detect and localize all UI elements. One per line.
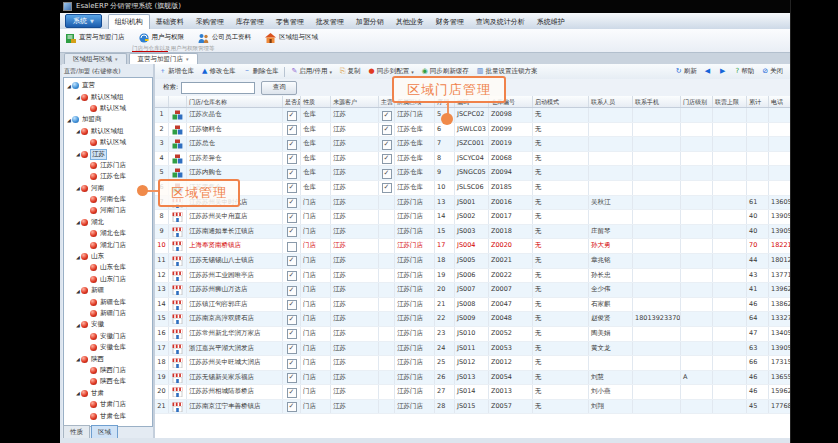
- search-button[interactable]: 查询: [261, 81, 297, 95]
- grid-header-联营上限[interactable]: 联营上限: [713, 96, 747, 107]
- grid-header-启动模式[interactable]: 启动模式: [533, 96, 589, 107]
- tree-tab-性质[interactable]: 性质: [63, 425, 90, 439]
- tree-node-安徽仓库[interactable]: 安徽仓库: [64, 342, 152, 353]
- toolbar-button-修改仓库[interactable]: ▲修改仓库: [198, 65, 239, 78]
- main-checkbox[interactable]: [382, 140, 392, 150]
- toolbar-button-刷新[interactable]: ↻刷新: [672, 65, 701, 78]
- enabled-checkbox[interactable]: [287, 154, 297, 164]
- menu-item-采购管理[interactable]: 采购管理: [190, 15, 230, 29]
- toolbar-button-复制[interactable]: ⎘复制: [336, 65, 365, 78]
- ribbon-item-区域组与区域[interactable]: 区域组与区域: [265, 28, 318, 47]
- tree-node-河南门店[interactable]: 河南门店: [64, 205, 152, 216]
- menu-item-库存管理[interactable]: 库存管理: [230, 15, 270, 29]
- tree-node-陕西仓库[interactable]: 陕西仓库: [64, 376, 152, 387]
- table-row[interactable]: 10上海奉贤南桥镇店门店江苏江苏门店17JS004Z0020无孙大勇701822…: [155, 239, 790, 254]
- enabled-checkbox[interactable]: [287, 198, 297, 208]
- enabled-checkbox[interactable]: [287, 125, 297, 135]
- grid-header-col0[interactable]: [155, 96, 169, 107]
- tree-node-山东[interactable]: ◢山东: [64, 251, 152, 262]
- tree-node-直营[interactable]: ◢直营: [64, 80, 152, 91]
- grid-header-性质[interactable]: 性质: [301, 96, 331, 107]
- grid-header-门店级别[interactable]: 门店级别: [681, 96, 713, 107]
- search-input[interactable]: [181, 82, 255, 94]
- menu-item-批发管理[interactable]: 批发管理: [310, 15, 350, 29]
- menu-item-其他业务[interactable]: 其他业务: [390, 15, 430, 29]
- table-row[interactable]: 3江苏总仓仓库江苏江苏仓库7JSZC001Z0019无: [155, 137, 790, 152]
- enabled-checkbox[interactable]: [287, 227, 297, 237]
- toolbar-button-next-icon[interactable]: ▶: [716, 65, 731, 78]
- enabled-checkbox[interactable]: [287, 315, 297, 325]
- table-row[interactable]: 8江苏苏州吴中甪直店门店江苏江苏门店14JS002Z0017无401390518…: [155, 210, 790, 225]
- main-checkbox[interactable]: [382, 183, 392, 193]
- grid-header-累计[interactable]: 累计: [747, 96, 769, 107]
- main-checkbox[interactable]: [382, 125, 392, 135]
- enabled-checkbox[interactable]: [287, 300, 297, 310]
- tree-node-山东门店[interactable]: 山东门店: [64, 274, 152, 285]
- table-row[interactable]: 1江苏次品仓仓库江苏江苏门店5JSCPC02Z0098无: [155, 108, 790, 123]
- enabled-checkbox[interactable]: [287, 271, 297, 281]
- toolbar-button-删除仓库[interactable]: －删除仓库: [239, 65, 282, 78]
- tree-node-河南仓库[interactable]: 河南仓库: [64, 194, 152, 205]
- toolbar-button-新增仓库[interactable]: ＋新增仓库: [155, 65, 198, 78]
- tree-node-湖北仓库[interactable]: 湖北仓库: [64, 228, 152, 239]
- tree-node-新疆[interactable]: ◢新疆: [64, 285, 152, 296]
- table-row[interactable]: 15江苏南京高淳双牌石店门店江苏江苏门店22JS009Z0048无赵俊贤1801…: [155, 312, 790, 327]
- tree-node-江苏门店[interactable]: 江苏门店: [64, 160, 152, 171]
- tree-tab-区域[interactable]: 区域: [91, 425, 118, 439]
- toolbar-button-帮助[interactable]: ?帮助: [731, 65, 758, 78]
- toolbar-button-prev-icon[interactable]: ◀: [701, 65, 716, 78]
- table-row[interactable]: 20江苏苏州相城陆慕桥店门店江苏江苏门店27JS014Z0013无刘小燕4615…: [155, 385, 790, 400]
- grid-header-联系人员[interactable]: 联系人员: [589, 96, 633, 107]
- menu-item-财务管理[interactable]: 财务管理: [430, 15, 470, 29]
- tree-node-湖北门店[interactable]: 湖北门店: [64, 239, 152, 250]
- enabled-checkbox[interactable]: [287, 242, 297, 252]
- menu-item-零售管理[interactable]: 零售管理: [270, 15, 310, 29]
- tree-node-新疆门店[interactable]: 新疆门店: [64, 308, 152, 319]
- enabled-checkbox[interactable]: [287, 111, 297, 121]
- tree-node-陕西[interactable]: ◢陕西: [64, 353, 152, 364]
- table-row[interactable]: 5江苏内购仓仓库江苏江苏仓库9JSNGC05Z0094无: [155, 166, 790, 181]
- tree-node-安徽[interactable]: ◢安徽: [64, 319, 152, 330]
- table-row[interactable]: 4江苏差异仓仓库江苏江苏仓库8JSCYC04Z0068无: [155, 152, 790, 167]
- ribbon-item-直营与加盟门店[interactable]: 直营与加盟门店: [66, 28, 125, 47]
- tree-node-甘肃门店[interactable]: 甘肃门店: [64, 399, 152, 410]
- tree-node-甘肃[interactable]: ◢甘肃: [64, 388, 152, 399]
- main-checkbox[interactable]: [382, 169, 392, 179]
- grid-header-col1[interactable]: [169, 96, 187, 107]
- system-menu-button[interactable]: 系统▼: [65, 14, 102, 28]
- enabled-checkbox[interactable]: [287, 169, 297, 179]
- enabled-checkbox[interactable]: [287, 373, 297, 383]
- enabled-checkbox[interactable]: [287, 388, 297, 398]
- tree-node-默认区域[interactable]: 默认区域: [64, 103, 152, 114]
- enabled-checkbox[interactable]: [287, 402, 297, 412]
- tree-node-陕西门店[interactable]: 陕西门店: [64, 365, 152, 376]
- table-row[interactable]: 19江苏无锡新吴家乐福店门店江苏江苏门店26JS013Z0054无刘慧A4613…: [155, 371, 790, 386]
- tree-node-加盟商[interactable]: ◢加盟商: [64, 114, 152, 125]
- enabled-checkbox[interactable]: [287, 329, 297, 339]
- table-row[interactable]: 6江苏零售仓仓库江苏江苏仓库10JSLSC06Z0185无: [155, 181, 790, 196]
- grid-header-是否启用[interactable]: 是否启用: [283, 96, 301, 107]
- tree-node-默认区域组[interactable]: ◢默认区域组: [64, 91, 152, 102]
- toolbar-button-关闭[interactable]: ⊘关闭: [758, 65, 787, 78]
- tree-node-江苏仓库[interactable]: 江苏仓库: [64, 171, 152, 182]
- table-row[interactable]: 12江苏苏州工业园唯亭店门店江苏江苏门店19JS006Z0022无孙长忠4313…: [155, 269, 790, 284]
- tree-node-江苏[interactable]: ◢江苏: [64, 148, 152, 159]
- enabled-checkbox[interactable]: [287, 344, 297, 354]
- table-row[interactable]: 17浙江嘉兴平湖大润发店门店江苏江苏门店24JS011Z0053无黄文龙6313…: [155, 342, 790, 357]
- table-row[interactable]: 21江苏南京江宁丰善桥镇店门店江苏江苏门店28JS015Z0057无刘翔4517…: [155, 400, 790, 415]
- table-row[interactable]: 13江苏苏州狮山万达店门店江苏江苏门店20JS007Z0007无全少伟41139…: [155, 283, 790, 298]
- tree-node-安徽门店[interactable]: 安徽门店: [64, 331, 152, 342]
- tree-node-默认区域[interactable]: 默认区域: [64, 137, 152, 148]
- menu-item-系统维护[interactable]: 系统维护: [531, 15, 571, 29]
- table-row[interactable]: 7江苏苏州吴中时代店门店江苏江苏门店13JS001Z0016无吴秋江611360…: [155, 196, 790, 211]
- enabled-checkbox[interactable]: [287, 256, 297, 266]
- toolbar-button-启用/停用[interactable]: ✎启用/停用▾: [287, 65, 336, 78]
- grid-header-联系手机[interactable]: 联系手机: [633, 96, 681, 107]
- menu-item-查询及统计分析[interactable]: 查询及统计分析: [470, 15, 531, 29]
- menu-item-基础资料[interactable]: 基础资料: [150, 15, 190, 29]
- main-checkbox[interactable]: [382, 111, 392, 121]
- grid-header-电话[interactable]: 电话: [769, 96, 790, 107]
- table-row[interactable]: 9江苏南通如皋长江镇店门店江苏江苏门店15JS003Z0018无庄留琴40139…: [155, 225, 790, 240]
- table-row[interactable]: 2江苏物料仓仓库江苏江苏仓库6JSWLC03Z0099无: [155, 123, 790, 138]
- tree-node-湖北[interactable]: ◢湖北: [64, 217, 152, 228]
